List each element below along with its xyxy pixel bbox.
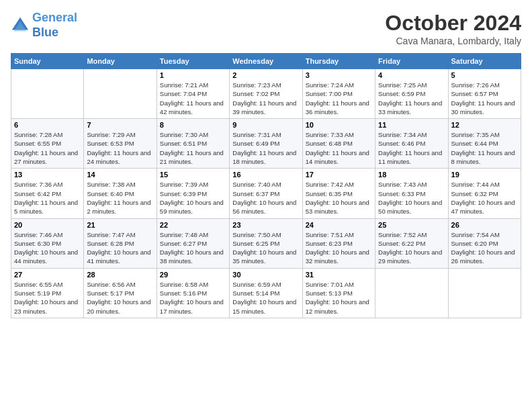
title-block: October 2024 Cava Manara, Lombardy, Ital… [385,11,521,46]
table-row: 20Sunrise: 7:46 AM Sunset: 6:30 PM Dayli… [11,218,84,268]
table-row: 15Sunrise: 7:39 AM Sunset: 6:39 PM Dayli… [157,169,229,218]
table-row: 1Sunrise: 7:21 AM Sunset: 7:04 PM Daylig… [157,69,229,119]
day-info: Sunrise: 7:34 AM Sunset: 6:46 PM Dayligh… [378,130,445,166]
day-number: 10 [306,121,372,129]
table-row: 7Sunrise: 7:29 AM Sunset: 6:53 PM Daylig… [84,119,157,169]
table-row: 6Sunrise: 7:28 AM Sunset: 6:55 PM Daylig… [11,119,84,169]
day-info: Sunrise: 7:54 AM Sunset: 6:20 PM Dayligh… [451,230,518,266]
table-row: 28Sunrise: 6:56 AM Sunset: 5:17 PM Dayli… [84,268,157,318]
table-row: 26Sunrise: 7:54 AM Sunset: 6:20 PM Dayli… [448,218,521,268]
day-info: Sunrise: 7:47 AM Sunset: 6:28 PM Dayligh… [87,230,153,266]
table-row: 31Sunrise: 7:01 AM Sunset: 5:13 PM Dayli… [302,268,375,318]
day-info: Sunrise: 7:52 AM Sunset: 6:22 PM Dayligh… [378,230,445,266]
calendar-week-2: 6Sunrise: 7:28 AM Sunset: 6:55 PM Daylig… [11,119,521,169]
day-number: 20 [14,221,81,229]
logo-line1: General [32,11,77,24]
day-info: Sunrise: 7:21 AM Sunset: 7:04 PM Dayligh… [160,81,226,116]
table-row: 9Sunrise: 7:31 AM Sunset: 6:49 PM Daylig… [230,119,302,169]
table-row [375,268,448,318]
day-info: Sunrise: 7:26 AM Sunset: 6:57 PM Dayligh… [451,81,518,116]
day-info: Sunrise: 7:33 AM Sunset: 6:48 PM Dayligh… [306,130,372,166]
day-info: Sunrise: 7:38 AM Sunset: 6:40 PM Dayligh… [87,180,153,216]
table-row [84,69,157,119]
table-row: 24Sunrise: 7:51 AM Sunset: 6:23 PM Dayli… [302,218,375,268]
day-info: Sunrise: 7:48 AM Sunset: 6:27 PM Dayligh… [160,230,226,266]
day-info: Sunrise: 7:46 AM Sunset: 6:30 PM Dayligh… [14,230,81,266]
calendar-week-4: 20Sunrise: 7:46 AM Sunset: 6:30 PM Dayli… [11,218,521,268]
table-row: 21Sunrise: 7:47 AM Sunset: 6:28 PM Dayli… [84,218,157,268]
table-row: 4Sunrise: 7:25 AM Sunset: 6:59 PM Daylig… [375,69,448,119]
location: Cava Manara, Lombardy, Italy [385,36,521,46]
day-info: Sunrise: 7:51 AM Sunset: 6:23 PM Dayligh… [306,230,372,266]
day-number: 5 [451,71,518,79]
table-row [448,268,521,318]
col-wednesday: Wednesday [230,54,302,69]
table-row: 27Sunrise: 6:55 AM Sunset: 5:19 PM Dayli… [11,268,84,318]
day-info: Sunrise: 7:31 AM Sunset: 6:49 PM Dayligh… [232,130,299,166]
table-row: 19Sunrise: 7:44 AM Sunset: 6:32 PM Dayli… [448,169,521,218]
calendar: Sunday Monday Tuesday Wednesday Thursday… [11,53,521,318]
day-number: 27 [14,271,81,279]
day-number: 15 [160,171,226,179]
day-number: 19 [451,171,518,179]
month-title: October 2024 [385,11,521,36]
day-number: 8 [160,121,226,129]
table-row: 18Sunrise: 7:43 AM Sunset: 6:33 PM Dayli… [375,169,448,218]
day-number: 6 [14,121,81,129]
day-info: Sunrise: 7:23 AM Sunset: 7:02 PM Dayligh… [232,81,299,116]
table-row: 30Sunrise: 6:59 AM Sunset: 5:14 PM Dayli… [230,268,302,318]
day-info: Sunrise: 7:50 AM Sunset: 6:25 PM Dayligh… [232,230,299,266]
day-info: Sunrise: 7:43 AM Sunset: 6:33 PM Dayligh… [378,180,445,216]
day-number: 30 [232,271,299,279]
day-number: 17 [306,171,372,179]
day-info: Sunrise: 7:40 AM Sunset: 6:37 PM Dayligh… [232,180,299,216]
day-number: 11 [378,121,445,129]
day-info: Sunrise: 7:39 AM Sunset: 6:39 PM Dayligh… [160,180,226,216]
table-row: 23Sunrise: 7:50 AM Sunset: 6:25 PM Dayli… [230,218,302,268]
day-number: 31 [306,271,372,279]
table-row: 3Sunrise: 7:24 AM Sunset: 7:00 PM Daylig… [302,69,375,119]
day-info: Sunrise: 7:35 AM Sunset: 6:44 PM Dayligh… [451,130,518,166]
table-row: 14Sunrise: 7:38 AM Sunset: 6:40 PM Dayli… [84,169,157,218]
day-number: 4 [378,71,445,79]
day-info: Sunrise: 7:36 AM Sunset: 6:42 PM Dayligh… [14,180,81,216]
day-info: Sunrise: 6:55 AM Sunset: 5:19 PM Dayligh… [14,280,81,316]
day-number: 26 [451,221,518,229]
day-number: 14 [87,171,153,179]
day-number: 29 [160,271,226,279]
day-info: Sunrise: 7:44 AM Sunset: 6:32 PM Dayligh… [451,180,518,216]
day-number: 23 [232,221,299,229]
table-row: 12Sunrise: 7:35 AM Sunset: 6:44 PM Dayli… [448,119,521,169]
day-number: 18 [378,171,445,179]
day-number: 7 [87,121,153,129]
day-info: Sunrise: 7:42 AM Sunset: 6:35 PM Dayligh… [306,180,372,216]
col-friday: Friday [375,54,448,69]
day-info: Sunrise: 6:58 AM Sunset: 5:16 PM Dayligh… [160,280,226,316]
day-info: Sunrise: 7:24 AM Sunset: 7:00 PM Dayligh… [306,81,372,116]
day-number: 9 [232,121,299,129]
col-saturday: Saturday [448,54,521,69]
day-info: Sunrise: 7:01 AM Sunset: 5:13 PM Dayligh… [306,280,372,316]
table-row: 10Sunrise: 7:33 AM Sunset: 6:48 PM Dayli… [302,119,375,169]
logo-icon [11,16,30,35]
calendar-header-row: Sunday Monday Tuesday Wednesday Thursday… [11,54,521,69]
day-number: 21 [87,221,153,229]
logo: General Blue [11,11,77,40]
table-row: 22Sunrise: 7:48 AM Sunset: 6:27 PM Dayli… [157,218,229,268]
table-row: 11Sunrise: 7:34 AM Sunset: 6:46 PM Dayli… [375,119,448,169]
day-info: Sunrise: 7:30 AM Sunset: 6:51 PM Dayligh… [160,130,226,166]
table-row: 25Sunrise: 7:52 AM Sunset: 6:22 PM Dayli… [375,218,448,268]
calendar-week-3: 13Sunrise: 7:36 AM Sunset: 6:42 PM Dayli… [11,169,521,218]
table-row: 5Sunrise: 7:26 AM Sunset: 6:57 PM Daylig… [448,69,521,119]
table-row: 17Sunrise: 7:42 AM Sunset: 6:35 PM Dayli… [302,169,375,218]
day-number: 2 [232,71,299,79]
day-number: 16 [232,171,299,179]
day-number: 12 [451,121,518,129]
col-thursday: Thursday [302,54,375,69]
day-info: Sunrise: 6:59 AM Sunset: 5:14 PM Dayligh… [232,280,299,316]
day-info: Sunrise: 7:25 AM Sunset: 6:59 PM Dayligh… [378,81,445,116]
day-number: 22 [160,221,226,229]
day-info: Sunrise: 6:56 AM Sunset: 5:17 PM Dayligh… [87,280,153,316]
col-monday: Monday [84,54,157,69]
day-number: 3 [306,71,372,79]
